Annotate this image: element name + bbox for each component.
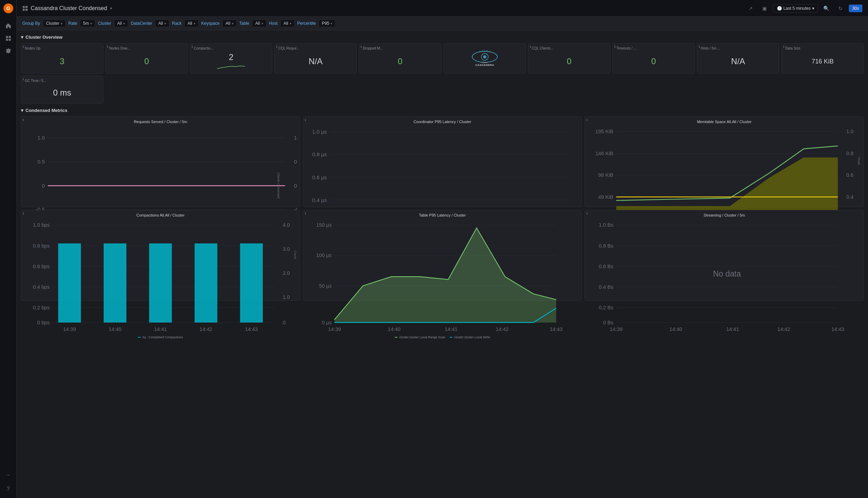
svg-text:0: 0 <box>294 183 297 189</box>
info-icon-2: ℹ <box>107 45 108 48</box>
svg-text:14:39: 14:39 <box>328 326 341 332</box>
cluster-overview-header[interactable]: ▾ Cluster Overview <box>21 35 864 40</box>
svg-text:14:40: 14:40 <box>109 326 121 332</box>
svg-text:100 µs: 100 µs <box>316 252 332 258</box>
host-select[interactable]: All ▾ <box>280 20 294 27</box>
rate-arrow: ▾ <box>90 22 92 25</box>
gc-time-value: 0 ms <box>25 85 99 100</box>
data-size-value: 716 KiB <box>785 52 860 70</box>
svg-text:0 µs: 0 µs <box>322 320 332 325</box>
graph-info-5: ℹ <box>305 212 306 215</box>
svg-rect-100 <box>58 243 81 323</box>
compactions-value: 2 <box>194 52 268 70</box>
group-by-arrow: ▾ <box>61 22 62 25</box>
svg-rect-102 <box>149 243 172 323</box>
svg-rect-2 <box>6 36 8 38</box>
refresh-button[interactable]: 30s <box>849 5 862 12</box>
local-write-dot <box>450 337 452 338</box>
time-range-button[interactable]: 🕐 Last 5 minutes ▾ <box>773 4 818 13</box>
grafana-logo[interactable]: G <box>3 3 14 14</box>
sidebar: G → ? <box>0 0 17 498</box>
sidebar-home-icon[interactable] <box>3 20 14 31</box>
share-icon[interactable]: ↗ <box>745 3 756 14</box>
toolbar: Group By Cluster ▾ Rate 5m ▾ Cluster All… <box>17 17 868 30</box>
svg-rect-104 <box>240 243 263 323</box>
rack-arrow: ▾ <box>194 22 195 25</box>
sidebar-settings-icon[interactable] <box>3 45 14 56</box>
group-by-select[interactable]: Cluster ▾ <box>43 20 66 27</box>
dropped-messages-card: ℹ Dropped M... 0 <box>359 43 441 74</box>
graphs-grid: ℹ Requests Served / Cluster / 5m 1.0 <box>21 116 864 301</box>
compactions-graph-title: Compactions All.All / Cluster <box>24 213 297 217</box>
info-icon-3: ℹ <box>192 45 193 48</box>
rack-select[interactable]: All ▾ <box>184 20 198 27</box>
coordinator-latency-graph: ℹ Coordinator P95 Latency / Cluster 1.0 … <box>303 116 582 207</box>
table-select[interactable]: All ▾ <box>252 20 266 27</box>
svg-text:0.6 bps: 0.6 bps <box>33 264 50 269</box>
datacenter-select[interactable]: All ▾ <box>155 20 169 27</box>
sidebar-dashboards-icon[interactable] <box>3 33 14 44</box>
rate-select[interactable]: 5m ▾ <box>80 20 95 27</box>
cluster-value: All <box>117 21 122 26</box>
y2-label-requests: Clients Connected <box>277 173 280 199</box>
svg-rect-6 <box>23 6 25 8</box>
cql-requests-card: ℹ CQL Reque... N/A <box>274 43 357 74</box>
svg-text:0: 0 <box>283 320 285 325</box>
grid-icon <box>22 6 28 11</box>
svg-text:0.8 µs: 0.8 µs <box>312 151 327 157</box>
svg-text:50 µs: 50 µs <box>319 283 332 289</box>
table-arrow: ▾ <box>261 22 263 25</box>
percentile-value: P95 <box>322 21 329 26</box>
compactions-legend: by : Completed Compactions <box>24 335 297 339</box>
svg-rect-3 <box>9 36 11 38</box>
svg-text:0.6 µs: 0.6 µs <box>312 174 327 180</box>
svg-rect-101 <box>104 243 126 323</box>
streaming-svg: 1.0 Bs 0.8 Bs 0.6 Bs 0.4 Bs 0.2 Bs 0 Bs … <box>588 219 861 334</box>
svg-text:0.4: 0.4 <box>846 194 853 200</box>
cql-clients-title: CQL Clients... <box>532 46 607 50</box>
svg-text:1.0: 1.0 <box>37 135 45 141</box>
svg-text:14:43: 14:43 <box>832 326 845 332</box>
svg-text:150 µs: 150 µs <box>316 222 332 228</box>
graph-info-6: ℹ <box>586 212 587 215</box>
percentile-label: Percentile <box>297 21 316 26</box>
title-dropdown-icon[interactable]: ▾ <box>110 6 112 11</box>
sidebar-help-icon[interactable]: ? <box>3 483 14 495</box>
condensed-metrics-header[interactable]: ▾ Condensed Metrics <box>21 108 864 113</box>
cql-clients-card: ℹ CQL Clients... 0 <box>528 43 610 74</box>
time-range-label: Last 5 minutes <box>784 6 811 11</box>
svg-text:195 KiB: 195 KiB <box>595 129 613 134</box>
svg-text:0.8 bps: 0.8 bps <box>33 243 50 248</box>
table-label: Table <box>239 21 250 26</box>
cluster-select[interactable]: All ▾ <box>114 20 128 27</box>
memtable-space-title: Memtable Space All.All / Cluster <box>588 120 861 124</box>
sidebar-signin-icon[interactable]: → <box>3 469 14 481</box>
refresh-countdown-icon[interactable]: ↻ <box>835 3 846 14</box>
info-icon-5: ℹ <box>361 45 362 48</box>
svg-text:1.0: 1.0 <box>294 135 297 141</box>
search-icon[interactable]: 🔍 <box>821 3 832 14</box>
percentile-select[interactable]: P95 ▾ <box>319 20 335 27</box>
svg-rect-5 <box>9 39 11 41</box>
group-by-value: Cluster <box>46 21 59 26</box>
svg-text:14:40: 14:40 <box>388 326 401 332</box>
svg-text:14:41: 14:41 <box>726 326 739 332</box>
range-scan-legend: cluster:cluster Local Range Scan <box>395 335 445 339</box>
streaming-graph: ℹ Streaming / Cluster / 5m 1.0 Bs 0.8 Bs <box>585 210 864 301</box>
nodes-down-card: ℹ Nodes Dow... 0 <box>105 43 188 74</box>
host-arrow: ▾ <box>290 22 291 25</box>
tv-icon[interactable]: ▣ <box>759 3 770 14</box>
svg-text:No data: No data <box>713 269 741 278</box>
svg-text:0.8: 0.8 <box>846 151 853 156</box>
svg-text:0.4 Bs: 0.4 Bs <box>599 284 614 290</box>
compactions-svg: 1.0 bps 0.8 bps 0.6 bps 0.4 bps 0.2 bps … <box>24 219 297 334</box>
dropped-messages-title: Dropped M... <box>363 46 437 50</box>
cluster-arrow: ▾ <box>123 22 125 25</box>
svg-text:14:40: 14:40 <box>669 326 682 332</box>
svg-text:98 KiB: 98 KiB <box>598 172 613 178</box>
compactions-dot <box>138 337 141 338</box>
keyspace-select[interactable]: All ▾ <box>222 20 236 27</box>
requests-served-title: Requests Served / Cluster / 5m <box>24 120 297 124</box>
info-icon-10: ℹ <box>23 77 24 81</box>
svg-text:0 bps: 0 bps <box>37 320 50 325</box>
